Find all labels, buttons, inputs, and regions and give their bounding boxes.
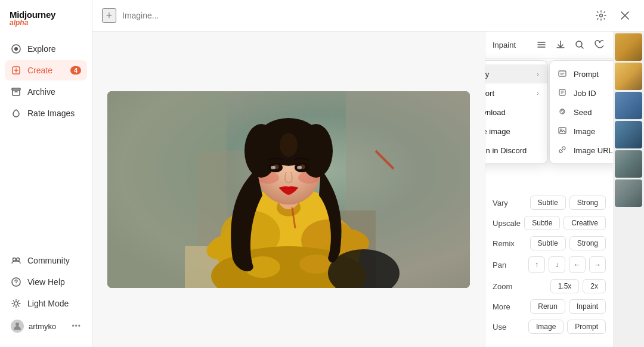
submenu-item-imageurl[interactable]: Image URL: [550, 141, 613, 160]
more-buttons: Rerun Inpaint: [530, 299, 606, 314]
menu-item-discord[interactable]: Open in Discord: [485, 141, 547, 160]
sidebar-item-archive[interactable]: Archive: [5, 82, 87, 102]
topbar-actions: [592, 6, 634, 25]
more-row: More Rerun Inpaint: [493, 299, 606, 314]
sidebar: Midjourney alpha Explore Create 4: [0, 0, 92, 347]
jobid-submenu-icon: [558, 88, 568, 98]
action-bar-icons: [534, 38, 606, 52]
topbar-settings-button[interactable]: [592, 6, 611, 25]
sidebar-item-help[interactable]: View Help: [5, 272, 87, 292]
thumbnail-4[interactable]: [615, 121, 642, 148]
menu-item-hide[interactable]: Hide image: [485, 122, 547, 141]
sidebar-nav: Explore Create 4 Archive: [0, 39, 92, 250]
sidebar-item-create-label: Create: [27, 66, 52, 75]
svg-rect-3: [13, 90, 20, 95]
imageurl-submenu-icon: [558, 145, 568, 155]
seed-submenu-icon: [558, 107, 568, 117]
thumbnail-2[interactable]: [615, 63, 642, 90]
context-menu: Copy › Report ›: [485, 60, 548, 164]
svg-point-9: [14, 302, 18, 305]
topbar-close-button[interactable]: [615, 6, 634, 25]
vary-strong-button[interactable]: Strong: [569, 196, 606, 210]
remix-subtle-button[interactable]: Subtle: [530, 236, 566, 250]
topbar-plus-button[interactable]: +: [102, 8, 116, 23]
image-submenu-icon: [558, 126, 568, 136]
create-badge: 4: [70, 66, 81, 75]
inpaint-label: Inpaint: [493, 41, 516, 49]
upscale-label: Upscale: [493, 219, 522, 228]
upscale-subtle-button[interactable]: Subtle: [524, 216, 560, 230]
sidebar-item-lightmode[interactable]: Light Mode: [5, 293, 87, 314]
svg-rect-4: [12, 88, 20, 90]
zoom-2x-button[interactable]: 2x: [583, 279, 606, 293]
rate-icon: [11, 108, 21, 119]
svg-point-42: [271, 166, 275, 169]
user-name: artmyko: [29, 322, 56, 331]
pan-label: Pan: [493, 261, 522, 269]
sidebar-item-community[interactable]: Community: [5, 250, 87, 271]
thumbnail-5[interactable]: [615, 150, 642, 178]
controls-section: Vary Subtle Strong Upscale Subtle Creati…: [485, 190, 613, 340]
main-content: +: [92, 0, 644, 347]
remix-strong-button[interactable]: Strong: [569, 236, 606, 250]
inpaint-button[interactable]: Inpaint: [569, 299, 606, 314]
remix-buttons: Subtle Strong: [530, 236, 606, 250]
thumbnail-1[interactable]: [615, 33, 642, 61]
archive-icon: [11, 86, 21, 97]
main-image: [107, 91, 470, 288]
sidebar-item-explore-label: Explore: [27, 44, 55, 54]
svg-point-29: [299, 255, 333, 274]
thumbnail-6[interactable]: [615, 179, 642, 207]
topbar-search-input[interactable]: [122, 11, 586, 20]
more-label: More: [493, 302, 522, 311]
settings-icon: [596, 10, 606, 21]
menu-icon[interactable]: [534, 38, 549, 52]
user-more-icon[interactable]: •••: [72, 322, 81, 330]
logo: Midjourney alpha: [0, 10, 92, 39]
thumbnail-3[interactable]: [615, 92, 642, 119]
image-area: [92, 32, 485, 347]
submenu-item-image[interactable]: Image: [550, 122, 613, 141]
submenu-item-seed[interactable]: Seed: [550, 103, 613, 122]
pan-left-button[interactable]: ←: [569, 256, 586, 273]
menu-copy-label: Copy: [485, 70, 489, 79]
submenu-seed-label: Seed: [574, 108, 592, 117]
sidebar-item-rate-label: Rate Images: [27, 109, 75, 118]
sidebar-user[interactable]: artmyko •••: [5, 315, 87, 337]
zoom-row: Zoom 1.5x 2x: [493, 279, 606, 293]
submenu-item-prompt[interactable]: Prompt: [550, 64, 613, 83]
lightmode-icon: [11, 298, 21, 309]
upscale-creative-button[interactable]: Creative: [564, 216, 606, 230]
vary-row: Vary Subtle Strong: [493, 196, 606, 210]
heart-icon[interactable]: [592, 38, 606, 52]
download-icon[interactable]: [553, 38, 568, 52]
use-prompt-button[interactable]: Prompt: [567, 320, 606, 334]
submenu-jobid-label: Job ID: [574, 89, 596, 98]
pan-buttons: ↑ ↓ ← →: [528, 256, 606, 273]
sidebar-bottom: Community View Help Light Mode: [0, 250, 92, 337]
pan-down-button[interactable]: ↓: [549, 256, 565, 273]
submenu: Prompt Job ID: [549, 60, 613, 164]
submenu-item-jobid[interactable]: Job ID: [550, 83, 613, 103]
svg-point-1: [14, 47, 18, 51]
zoom-15x-button[interactable]: 1.5x: [550, 279, 580, 293]
menu-item-download[interactable]: Download: [485, 103, 547, 122]
action-bar: Inpaint: [485, 32, 613, 58]
menu-item-report[interactable]: Report ›: [485, 83, 547, 103]
rerun-button[interactable]: Rerun: [530, 299, 565, 314]
svg-point-54: [560, 109, 565, 114]
pan-right-button[interactable]: →: [589, 256, 606, 273]
search-icon[interactable]: [572, 38, 587, 52]
sidebar-item-explore[interactable]: Explore: [5, 39, 87, 59]
sidebar-item-create[interactable]: Create 4: [5, 60, 87, 80]
zoom-buttons: 1.5x 2x: [550, 279, 606, 293]
menu-item-copy[interactable]: Copy ›: [485, 64, 547, 83]
use-image-button[interactable]: Image: [528, 320, 564, 334]
sidebar-item-rate[interactable]: Rate Images: [5, 103, 87, 123]
pan-up-button[interactable]: ↑: [528, 256, 545, 273]
prompt-submenu-icon: [558, 69, 568, 79]
vary-subtle-button[interactable]: Subtle: [530, 196, 566, 210]
submenu-image-label: Image: [574, 127, 595, 136]
sidebar-item-community-label: Community: [27, 256, 70, 265]
sidebar-item-archive-label: Archive: [27, 87, 55, 97]
